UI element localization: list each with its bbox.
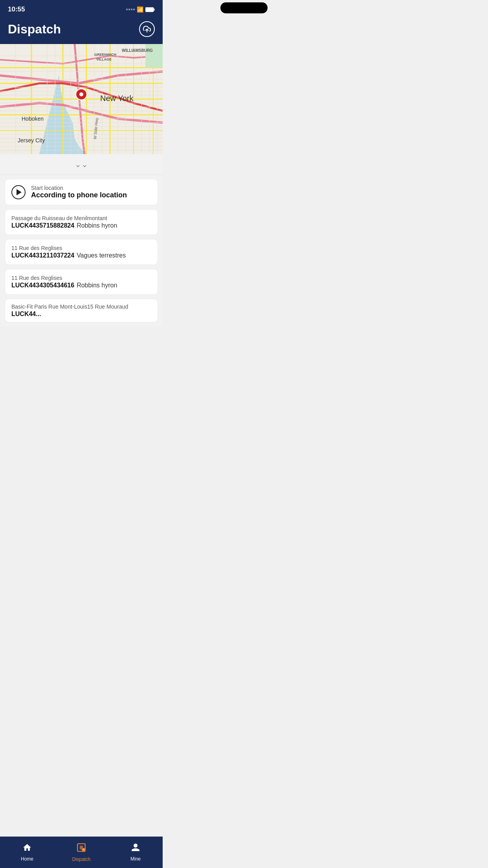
list-item[interactable]: Basic-Fit Paris Rue Mont-Louis15 Rue Mou… — [5, 299, 158, 322]
status-icons: 📶 — [126, 6, 155, 13]
list-item[interactable]: 11 Rue des Reglises LUCK4434305434616Rob… — [5, 269, 158, 295]
delivery-code-1: LUCK4431211037224Vagues terrestres — [11, 252, 126, 259]
header: Dispatch — [0, 17, 163, 44]
svg-rect-2 — [154, 9, 155, 11]
start-location-item[interactable]: Start location According to phone locati… — [5, 179, 158, 205]
delivery-address-2: 11 Rue des Reglises — [11, 275, 117, 281]
collapse-handle[interactable]: ⌄⌄ — [0, 154, 163, 175]
delivery-code-0: LUCK4435715882824Robbins hyron — [11, 222, 117, 229]
status-time: 10:55 — [8, 6, 25, 13]
status-bar: 10:55 📶 — [0, 0, 163, 17]
start-location-content: Start location According to phone locati… — [31, 185, 127, 199]
page-title: Dispatch — [8, 22, 61, 37]
signal-icon — [126, 9, 135, 10]
battery-icon — [145, 7, 155, 12]
list-item[interactable]: 11 Rue des Reglises LUCK4431211037224Vag… — [5, 239, 158, 265]
svg-text:New York: New York — [100, 94, 134, 103]
delivery-code-3: LUCK44... — [11, 311, 128, 318]
map-svg: Hoboken GREENWICH VILLAGE WILLIAMSBURG J… — [0, 44, 163, 154]
map-view[interactable]: Hoboken GREENWICH VILLAGE WILLIAMSBURG J… — [0, 44, 163, 154]
deliveries-list: Start location According to phone locati… — [0, 175, 163, 326]
svg-text:GREENWICH: GREENWICH — [94, 53, 116, 57]
delivery-content-0: Passage du Ruisseau de Menilmontant LUCK… — [11, 215, 117, 229]
svg-text:WILLIAMSBURG: WILLIAMSBURG — [122, 48, 153, 53]
delivery-address-0: Passage du Ruisseau de Menilmontant — [11, 215, 117, 221]
svg-point-58 — [79, 92, 83, 96]
upload-button[interactable] — [139, 21, 155, 37]
chevron-down-icon: ⌄⌄ — [75, 160, 88, 168]
delivery-code-2: LUCK4434305434616Robbins hyron — [11, 282, 117, 289]
svg-text:VILLAGE: VILLAGE — [96, 57, 112, 61]
delivery-content-2: 11 Rue des Reglises LUCK4434305434616Rob… — [11, 275, 117, 289]
play-icon — [11, 185, 26, 199]
svg-rect-1 — [146, 8, 153, 11]
delivery-content-3: Basic-Fit Paris Rue Mont-Louis15 Rue Mou… — [11, 303, 128, 318]
svg-text:Jersey City: Jersey City — [18, 137, 45, 143]
delivery-address-3: Basic-Fit Paris Rue Mont-Louis15 Rue Mou… — [11, 303, 128, 310]
svg-text:Hoboken: Hoboken — [22, 116, 44, 122]
start-location-label: Start location — [31, 185, 127, 191]
start-location-value: According to phone location — [31, 191, 127, 199]
list-item[interactable]: Passage du Ruisseau de Menilmontant LUCK… — [5, 209, 158, 235]
delivery-address-1: 11 Rue des Reglises — [11, 245, 126, 251]
delivery-content-1: 11 Rue des Reglises LUCK4431211037224Vag… — [11, 245, 126, 259]
upload-icon — [143, 25, 151, 33]
svg-rect-49 — [145, 44, 163, 68]
wifi-icon: 📶 — [137, 6, 143, 13]
